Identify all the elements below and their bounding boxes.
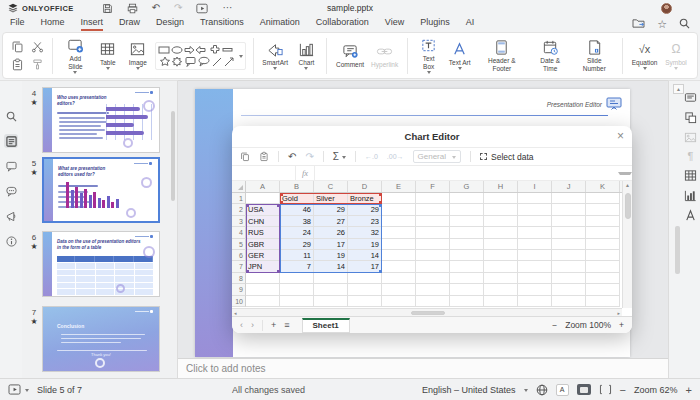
cell-name-box[interactable]: [232, 166, 296, 180]
user-avatar[interactable]: [661, 3, 672, 14]
shapes-more-icon[interactable]: [239, 55, 243, 58]
row-header-5[interactable]: 5: [232, 239, 246, 250]
cell-B5[interactable]: 29: [280, 239, 314, 250]
cell-F3[interactable]: [416, 216, 450, 227]
row-header-1[interactable]: 1: [232, 193, 246, 204]
cell-B1[interactable]: Gold: [280, 193, 314, 204]
cell-K7[interactable]: [586, 261, 620, 272]
dialog-zoom-out-icon[interactable]: −: [552, 320, 557, 330]
cell-E7[interactable]: [382, 261, 416, 272]
cell-J1[interactable]: [552, 193, 586, 204]
cell-H7[interactable]: [484, 261, 518, 272]
row-header-10[interactable]: 10: [232, 296, 246, 307]
column-header-K[interactable]: K: [586, 181, 620, 192]
cell-A8[interactable]: [246, 273, 280, 284]
slide-number-button[interactable]: Slide Number: [571, 37, 617, 74]
date-time-button[interactable]: Date & Time: [529, 37, 571, 74]
column-header-A[interactable]: A: [246, 181, 280, 192]
menu-item-plugins[interactable]: Plugins: [420, 17, 450, 31]
cell-H3[interactable]: [484, 216, 518, 227]
cell-D3[interactable]: 23: [348, 216, 382, 227]
hscroll-thumb[interactable]: [411, 311, 445, 315]
shapes-gallery[interactable]: [155, 42, 246, 70]
thumbnails-scrollbar[interactable]: [171, 111, 175, 201]
prev-sheet-icon[interactable]: ‹: [240, 320, 243, 330]
cell-I3[interactable]: [518, 216, 552, 227]
cell-C4[interactable]: 26: [314, 227, 348, 238]
cell-I4[interactable]: [518, 227, 552, 238]
cell-H8[interactable]: [484, 273, 518, 284]
select-all-corner[interactable]: [232, 181, 246, 192]
cell-J3[interactable]: [552, 216, 586, 227]
cell-E5[interactable]: [382, 239, 416, 250]
more-actions-icon[interactable]: ···: [222, 3, 232, 13]
header-footer-button[interactable]: Header & Footer: [475, 37, 529, 74]
cell-D5[interactable]: 19: [348, 239, 382, 250]
spell-check-icon[interactable]: A: [556, 384, 569, 396]
chart-editor-titlebar[interactable]: Chart Editor ×: [232, 126, 632, 148]
column-header-B[interactable]: B: [280, 181, 314, 192]
slide-settings-icon[interactable]: [684, 91, 697, 104]
scroll-up-icon[interactable]: ▲: [673, 84, 684, 94]
cell-D4[interactable]: 32: [348, 227, 382, 238]
cell-I10[interactable]: [518, 296, 552, 307]
cell-C9[interactable]: [314, 284, 348, 295]
slide-4-thumbnail[interactable]: Who uses presentation editors?: [42, 87, 160, 153]
cell-D9[interactable]: [348, 284, 382, 295]
cell-F2[interactable]: [416, 204, 450, 215]
zoom-out-icon[interactable]: −: [620, 385, 626, 395]
cell-C10[interactable]: [314, 296, 348, 307]
menu-item-insert[interactable]: Insert: [81, 17, 104, 31]
select-data-button[interactable]: Select data: [480, 152, 534, 162]
cell-E6[interactable]: [382, 250, 416, 261]
menu-item-collaboration[interactable]: Collaboration: [316, 17, 369, 31]
canvas-scrollbar[interactable]: [675, 226, 680, 274]
cell-J2[interactable]: [552, 204, 586, 215]
cell-B9[interactable]: [280, 284, 314, 295]
cell-A3[interactable]: CHN: [246, 216, 280, 227]
cell-F5[interactable]: [416, 239, 450, 250]
zoom-in-icon[interactable]: +: [686, 385, 692, 395]
slide-6-thumbnail[interactable]: Data on the use of presentation editors …: [42, 231, 160, 297]
cell-G5[interactable]: [450, 239, 484, 250]
cell-D2[interactable]: 29: [348, 204, 382, 215]
cell-K5[interactable]: [586, 239, 620, 250]
menu-item-ai[interactable]: AI: [466, 17, 475, 31]
cell-H6[interactable]: [484, 250, 518, 261]
cell-H4[interactable]: [484, 227, 518, 238]
cell-E3[interactable]: [382, 216, 416, 227]
row-header-6[interactable]: 6: [232, 250, 246, 261]
cell-B7[interactable]: 7: [280, 261, 314, 272]
menu-item-home[interactable]: Home: [41, 17, 65, 31]
table-button[interactable]: Table: [93, 39, 123, 72]
sheet-list-icon[interactable]: ≡: [284, 320, 289, 330]
cell-F9[interactable]: [416, 284, 450, 295]
menu-item-design[interactable]: Design: [156, 17, 184, 31]
row-header-8[interactable]: 8: [232, 273, 246, 284]
dialog-zoom-in-icon[interactable]: +: [619, 320, 624, 330]
cell-K2[interactable]: [586, 204, 620, 215]
cell-K6[interactable]: [586, 250, 620, 261]
column-header-D[interactable]: D: [348, 181, 382, 192]
cell-G2[interactable]: [450, 204, 484, 215]
cell-E1[interactable]: [382, 193, 416, 204]
row-header-3[interactable]: 3: [232, 216, 246, 227]
column-header-J[interactable]: J: [552, 181, 586, 192]
cell-A6[interactable]: GER: [246, 250, 280, 261]
cell-K1[interactable]: [586, 193, 620, 204]
cell-K3[interactable]: [586, 216, 620, 227]
row-header-7[interactable]: 7: [232, 261, 246, 272]
start-slideshow-icon[interactable]: [8, 384, 21, 395]
scroll-up-icon[interactable]: ▲: [623, 182, 632, 188]
cell-H10[interactable]: [484, 296, 518, 307]
sheet-tab-sheet1[interactable]: Sheet1: [302, 318, 350, 333]
cell-F8[interactable]: [416, 273, 450, 284]
cell-K8[interactable]: [586, 273, 620, 284]
menu-item-file[interactable]: File: [10, 17, 25, 31]
cell-C3[interactable]: 27: [314, 216, 348, 227]
sheet-vertical-scrollbar[interactable]: ▲: [622, 181, 632, 308]
row-header-4[interactable]: 4: [232, 227, 246, 238]
cell-B2[interactable]: 46: [280, 204, 314, 215]
cell-H2[interactable]: [484, 204, 518, 215]
cell-E4[interactable]: [382, 227, 416, 238]
